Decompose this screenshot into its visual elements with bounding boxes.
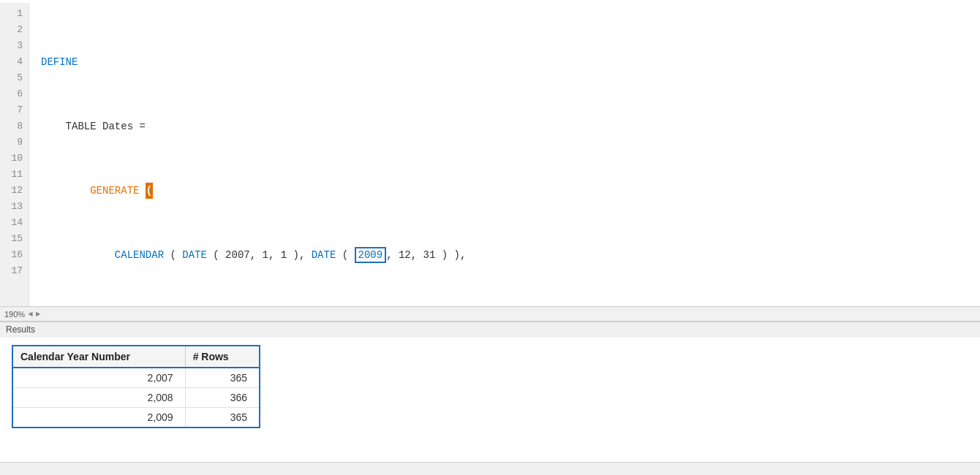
line4-d: , 12, 31 ) ), — [386, 247, 466, 263]
code-line-4: CALENDAR ( DATE ( 2007, 1, 1 ), DATE ( 2… — [41, 247, 980, 263]
line4-b: ( 2007, 1, 1 ), — [207, 247, 312, 263]
line4-a: ( — [164, 247, 182, 263]
results-table: Calendar Year Number # Rows 2,007 365 2,… — [12, 345, 260, 428]
keyword-define: DEFINE — [41, 54, 78, 70]
line4-indent — [41, 247, 115, 263]
keyword-generate: GENERATE — [90, 183, 146, 199]
table-row: 2,009 365 — [12, 408, 260, 428]
cell-year-2: 2,008 — [12, 388, 185, 408]
col-header-rows: # Rows — [185, 346, 260, 368]
cell-rows-3: 365 — [185, 408, 260, 428]
scroll-arrow-left[interactable]: ◄ — [28, 310, 33, 319]
col-header-calendar-year: Calendar Year Number — [12, 346, 185, 368]
table-row: 2,008 366 — [12, 388, 260, 408]
cell-year-3: 2,009 — [12, 408, 185, 428]
cell-rows-2: 366 — [185, 388, 260, 408]
cell-rows-1: 365 — [185, 368, 260, 388]
table-header-row: Calendar Year Number # Rows — [12, 346, 260, 368]
code-line-3: GENERATE ( — [41, 183, 980, 199]
cell-year-1: 2,007 — [12, 368, 185, 388]
scroll-arrow-right[interactable]: ► — [36, 310, 41, 319]
code-line-2: TABLE Dates = — [41, 118, 980, 134]
bottom-bar — [0, 462, 980, 475]
table-row: 2,007 365 — [12, 368, 260, 388]
results-label: Results — [0, 322, 980, 338]
page-layout: 1 2 3 4 5 6 7 8 9 10 11 12 13 14 15 16 1… — [0, 0, 980, 475]
line4-c: ( — [336, 247, 354, 263]
open-paren-orange: ( — [146, 183, 153, 199]
keyword-date2: DATE — [312, 247, 336, 263]
line3-indent — [41, 183, 90, 199]
keyword-calendar: CALENDAR — [115, 247, 164, 263]
year-2009-highlight: 2009 — [355, 247, 387, 263]
keyword-date1: DATE — [182, 247, 207, 263]
line2-text: TABLE Dates = — [41, 118, 146, 134]
line-numbers: 1 2 3 4 5 6 7 8 9 10 11 12 13 14 15 16 1… — [0, 3, 29, 321]
editor-area[interactable]: 1 2 3 4 5 6 7 8 9 10 11 12 13 14 15 16 1… — [0, 0, 980, 322]
zoom-bar: 190% ◄ ► — [0, 306, 980, 321]
zoom-level: 190% — [4, 310, 25, 319]
code-line-1: DEFINE — [41, 54, 980, 70]
results-area: Calendar Year Number # Rows 2,007 365 2,… — [0, 338, 980, 462]
code-container: 1 2 3 4 5 6 7 8 9 10 11 12 13 14 15 16 1… — [0, 0, 980, 321]
code-content[interactable]: DEFINE TABLE Dates = GENERATE ( CALENDAR… — [29, 3, 980, 321]
